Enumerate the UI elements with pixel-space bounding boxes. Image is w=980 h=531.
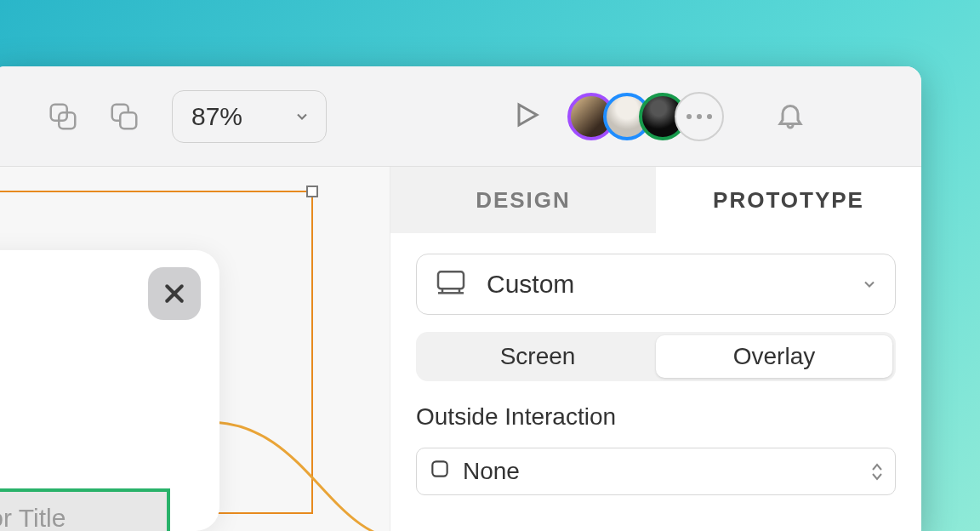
zoom-value: 87% bbox=[191, 102, 242, 131]
toolbar-left: 87% bbox=[32, 90, 327, 143]
svg-rect-10 bbox=[438, 271, 464, 288]
close-button[interactable] bbox=[148, 267, 201, 320]
presentation-mode-segmented: Screen Overlay bbox=[416, 332, 896, 381]
artboard-icon bbox=[434, 265, 468, 305]
boolean-union-button[interactable] bbox=[32, 90, 94, 143]
zoom-dropdown[interactable]: 87% bbox=[172, 90, 327, 143]
chevron-down-icon bbox=[293, 102, 311, 131]
title-placeholder: y or Title bbox=[0, 504, 66, 531]
svg-rect-14 bbox=[432, 461, 447, 476]
segment-overlay[interactable]: Overlay bbox=[656, 335, 892, 378]
selection-handle[interactable] bbox=[306, 186, 318, 197]
tab-prototype[interactable]: PROTOTYPE bbox=[656, 167, 921, 233]
inspector-tabs: DESIGN PROTOTYPE bbox=[390, 167, 921, 233]
segment-label: Overlay bbox=[733, 343, 815, 370]
notifications-button[interactable] bbox=[775, 100, 806, 134]
artboard-type-dropdown[interactable]: Custom bbox=[416, 254, 896, 315]
stepper-icon bbox=[871, 463, 883, 481]
tab-design[interactable]: DESIGN bbox=[390, 167, 656, 233]
boolean-subtract-button[interactable] bbox=[94, 90, 155, 143]
svg-point-7 bbox=[707, 114, 712, 119]
svg-point-6 bbox=[697, 114, 702, 119]
design-canvas[interactable]: y or Title bbox=[0, 167, 390, 531]
svg-marker-4 bbox=[519, 105, 537, 125]
outside-interaction-dropdown[interactable]: None bbox=[416, 448, 896, 495]
title-input[interactable]: y or Title bbox=[0, 488, 170, 531]
segment-screen[interactable]: Screen bbox=[419, 335, 656, 378]
toolbar: 87% bbox=[0, 66, 921, 167]
main-area: y or Title DESIGN PROTOTYPE bbox=[0, 167, 921, 531]
toolbar-center bbox=[327, 92, 904, 141]
svg-rect-3 bbox=[120, 112, 136, 128]
segment-label: Screen bbox=[500, 343, 576, 370]
tab-label: DESIGN bbox=[476, 187, 571, 214]
svg-point-5 bbox=[687, 114, 692, 119]
chevron-down-icon bbox=[861, 270, 878, 299]
collaborator-avatars bbox=[567, 92, 724, 141]
outside-interaction-label: Outside Interaction bbox=[416, 403, 896, 431]
tab-label: PROTOTYPE bbox=[713, 187, 864, 214]
outside-interaction-value: None bbox=[463, 458, 520, 485]
artboard-type-value: Custom bbox=[487, 270, 574, 299]
inspector-body: Custom Screen Overlay Outside Interactio… bbox=[390, 233, 921, 516]
play-button[interactable] bbox=[511, 100, 542, 134]
app-window: 87% bbox=[0, 66, 921, 531]
square-icon bbox=[429, 458, 451, 486]
avatar-overflow-button[interactable] bbox=[675, 92, 724, 141]
inspector-panel: DESIGN PROTOTYPE Custom bbox=[390, 167, 921, 531]
artboard-card[interactable]: y or Title bbox=[0, 250, 219, 531]
